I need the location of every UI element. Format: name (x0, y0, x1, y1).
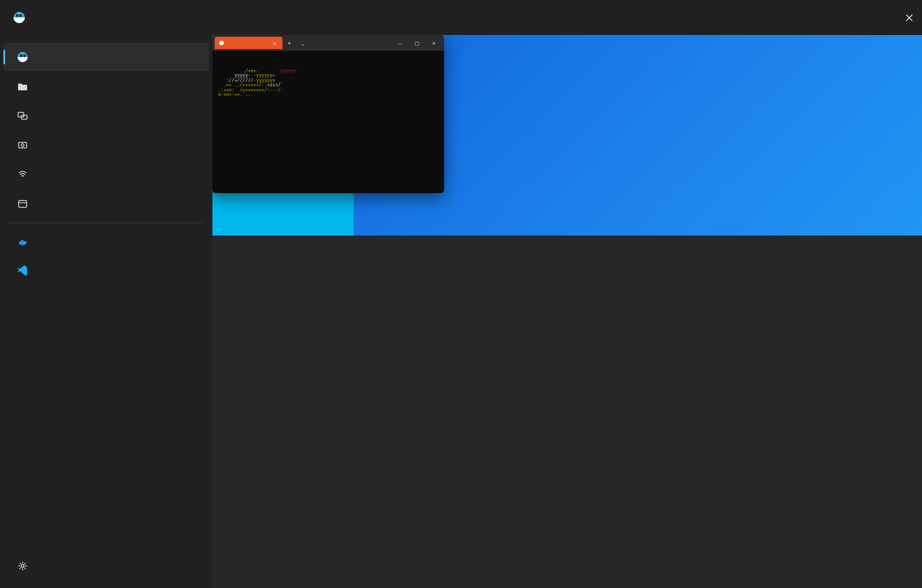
close-icon: × (426, 36, 442, 50)
svg-rect-6 (21, 241, 22, 242)
distro-dot-icon (219, 41, 224, 45)
svg-point-9 (21, 565, 24, 568)
hero-banner: × + ⌄ — □ × ./+o+- -yyyyy+ yyyyy- -yyyyy… (212, 35, 922, 236)
nav-divider (8, 223, 205, 223)
titlebar (0, 0, 922, 35)
docker-icon (17, 236, 28, 247)
sidebar (0, 35, 212, 588)
sidebar-item-settings[interactable] (3, 552, 209, 580)
sidebar-item-gpu[interactable] (3, 131, 209, 159)
distro-icon (17, 198, 28, 210)
vscode-icon (17, 265, 28, 277)
svg-rect-5 (19, 241, 20, 242)
sidebar-item-distro[interactable] (3, 190, 209, 218)
close-button[interactable] (896, 6, 922, 29)
sidebar-item-files[interactable] (3, 72, 209, 101)
svg-rect-0 (18, 112, 24, 117)
app-penguin-icon (14, 12, 25, 23)
terminal-ubuntu: × + ⌄ — □ × ./+o+- -yyyyy+ yyyyy- -yyyyy… (212, 35, 444, 193)
sidebar-item-docker[interactable] (3, 228, 209, 256)
sidebar-item-general[interactable] (3, 43, 209, 71)
terminal-tab: × (215, 37, 282, 49)
hero-accent (212, 190, 354, 236)
minimize-icon: — (392, 36, 408, 50)
new-tab-icon: + (282, 40, 296, 46)
svg-rect-8 (23, 241, 24, 242)
svg-point-3 (21, 144, 24, 147)
maximize-icon: □ (409, 36, 425, 50)
svg-rect-4 (19, 201, 27, 207)
dropdown-icon: ⌄ (296, 40, 310, 46)
gpu-icon (17, 140, 28, 151)
tab-close-icon: × (272, 39, 277, 47)
penguin-icon (17, 51, 28, 63)
svg-rect-7 (21, 240, 22, 241)
network-icon (17, 169, 28, 180)
sidebar-item-gui[interactable] (3, 102, 209, 130)
sidebar-item-vscode[interactable] (3, 257, 209, 285)
sidebar-item-network[interactable] (3, 160, 209, 189)
folder-icon (17, 81, 28, 92)
svg-rect-2 (19, 142, 27, 148)
close-icon (906, 14, 913, 21)
content-area: × + ⌄ — □ × ./+o+- -yyyyy+ yyyyy- -yyyyy… (212, 35, 922, 588)
apps-icon (17, 110, 28, 121)
gear-icon (17, 560, 28, 572)
app-window: × + ⌄ — □ × ./+o+- -yyyyy+ yyyyy- -yyyyy… (0, 0, 922, 588)
ascii-art-ubuntu: ./+o+- -yyyyy+ yyyyy- -yyyyyy+ ://+/////… (218, 69, 438, 97)
